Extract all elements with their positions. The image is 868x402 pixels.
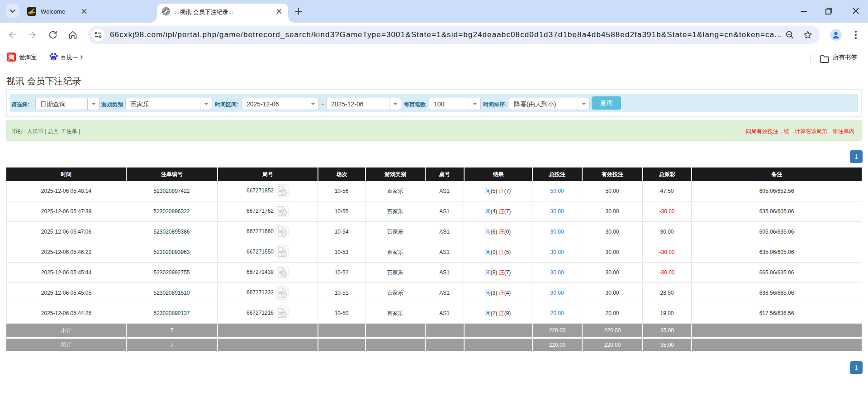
- svg-text:du: du: [52, 57, 55, 60]
